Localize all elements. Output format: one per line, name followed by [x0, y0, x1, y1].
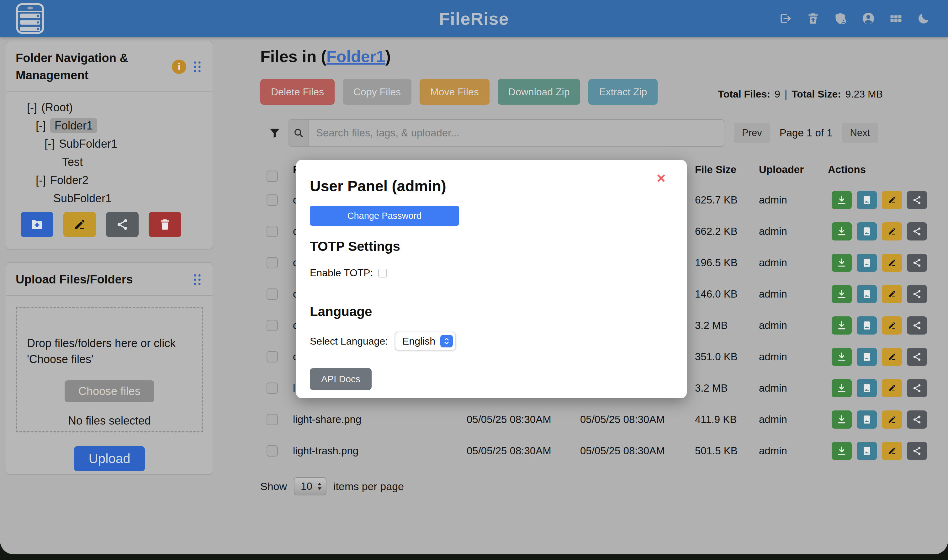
edit-button[interactable] — [882, 285, 902, 303]
uploader: admin — [759, 445, 787, 457]
download-button[interactable] — [832, 285, 852, 303]
tree-label[interactable]: Folder2 — [50, 174, 88, 186]
tree-item-folder1[interactable]: [-]Folder1 — [6, 117, 212, 135]
trash-restore-icon[interactable] — [806, 12, 820, 25]
enable-totp-checkbox[interactable] — [378, 269, 387, 277]
rename-folder-button[interactable] — [63, 212, 96, 237]
drag-handle-icon[interactable] — [192, 60, 202, 73]
share-button[interactable] — [907, 316, 927, 335]
row-checkbox[interactable] — [266, 288, 278, 300]
folder-action-buttons — [21, 212, 181, 237]
file-dropzone[interactable]: Drop files/folders here or click 'Choose… — [16, 307, 203, 432]
edit-button[interactable] — [882, 222, 902, 240]
preview-button[interactable] — [857, 222, 877, 240]
tree-toggle[interactable]: [-] — [36, 174, 46, 186]
download-button[interactable] — [832, 348, 852, 366]
create-folder-button[interactable] — [21, 212, 53, 237]
edit-button[interactable] — [882, 442, 902, 460]
edit-button[interactable] — [882, 254, 902, 272]
tree-item-test[interactable]: Test — [6, 153, 212, 171]
edit-button[interactable] — [882, 411, 902, 429]
apps-grid-icon[interactable] — [889, 12, 903, 25]
share-button[interactable] — [907, 285, 927, 303]
share-button[interactable] — [907, 222, 927, 240]
row-checkbox[interactable] — [266, 320, 278, 331]
row-actions — [832, 222, 927, 240]
row-checkbox[interactable] — [266, 383, 278, 394]
file-size: 501.5 KB — [695, 445, 737, 457]
change-password-button[interactable]: Change Password — [310, 206, 459, 226]
modal-title: User Panel (admin) — [310, 177, 446, 195]
tree-label[interactable]: SubFolder1 — [59, 137, 117, 150]
select-language-label: Select Language: — [310, 335, 388, 347]
tree-item-subfolder1[interactable]: [-]SubFolder1 — [6, 135, 212, 153]
tree-label[interactable]: (Root) — [42, 101, 73, 114]
file-name[interactable]: light-trash.png — [293, 445, 359, 457]
top-bar: FileRise — [0, 0, 948, 37]
preview-button[interactable] — [857, 316, 877, 335]
info-icon[interactable]: i — [172, 60, 186, 74]
select-arrows-icon — [317, 482, 322, 491]
edit-button[interactable] — [882, 316, 902, 335]
download-button[interactable] — [832, 411, 852, 429]
admin-shield-icon[interactable] — [834, 12, 848, 25]
tree-item-folder2[interactable]: [-]Folder2 — [6, 171, 212, 189]
row-actions — [832, 442, 927, 460]
user-circle-icon[interactable] — [862, 12, 875, 25]
download-button[interactable] — [832, 379, 852, 397]
logout-icon[interactable] — [779, 12, 793, 25]
preview-button[interactable] — [857, 379, 877, 397]
tree-item-root[interactable]: [-](Root) — [6, 98, 212, 117]
edit-button[interactable] — [882, 348, 902, 366]
upload-panel-header: Upload Files/Folders — [6, 263, 212, 296]
share-button[interactable] — [907, 191, 927, 209]
tree-toggle[interactable]: [-] — [36, 119, 46, 132]
row-checkbox[interactable] — [266, 194, 278, 206]
upload-panel: Upload Files/Folders Drop files/folders … — [6, 262, 213, 475]
delete-folder-button[interactable] — [149, 212, 181, 237]
row-actions — [832, 254, 927, 272]
api-docs-button[interactable]: API Docs — [310, 368, 372, 390]
dark-mode-moon-icon[interactable] — [917, 12, 930, 25]
tree-toggle[interactable]: [-] — [45, 137, 55, 150]
share-button[interactable] — [907, 411, 927, 429]
row-checkbox[interactable] — [266, 414, 278, 425]
share-button[interactable] — [907, 348, 927, 366]
share-folder-button[interactable] — [106, 212, 139, 237]
language-row: Select Language: English — [310, 332, 456, 351]
row-checkbox[interactable] — [266, 351, 278, 363]
preview-button[interactable] — [857, 191, 877, 209]
row-checkbox[interactable] — [266, 226, 278, 237]
tree-label[interactable]: Test — [62, 155, 83, 168]
tree-label[interactable]: SubFolder1 — [53, 192, 112, 205]
close-icon[interactable]: ✕ — [656, 172, 666, 185]
row-checkbox[interactable] — [266, 257, 278, 268]
upload-button[interactable]: Upload — [74, 446, 145, 471]
language-select[interactable]: English — [395, 332, 456, 351]
file-size: 351.0 KB — [695, 351, 737, 363]
download-button[interactable] — [832, 442, 852, 460]
preview-button[interactable] — [857, 285, 877, 303]
share-button[interactable] — [907, 442, 927, 460]
download-button[interactable] — [832, 316, 852, 335]
preview-button[interactable] — [857, 442, 877, 460]
drag-handle-icon[interactable] — [192, 274, 202, 286]
show-label: Show — [260, 480, 287, 492]
download-button[interactable] — [832, 191, 852, 209]
download-button[interactable] — [832, 254, 852, 272]
edit-button[interactable] — [882, 379, 902, 397]
share-button[interactable] — [907, 254, 927, 272]
items-per-page-select[interactable]: 10 — [294, 477, 326, 495]
download-button[interactable] — [832, 222, 852, 240]
row-checkbox[interactable] — [266, 445, 278, 457]
tree-label[interactable]: Folder1 — [50, 118, 97, 133]
share-button[interactable] — [907, 379, 927, 397]
choose-files-button[interactable]: Choose files — [65, 380, 154, 402]
tree-item-subfolder1[interactable]: SubFolder1 — [6, 189, 212, 208]
preview-button[interactable] — [857, 254, 877, 272]
file-name[interactable]: light-share.png — [293, 414, 361, 426]
edit-button[interactable] — [882, 191, 902, 209]
preview-button[interactable] — [857, 348, 877, 366]
tree-toggle[interactable]: [-] — [27, 101, 37, 114]
preview-button[interactable] — [857, 411, 877, 429]
